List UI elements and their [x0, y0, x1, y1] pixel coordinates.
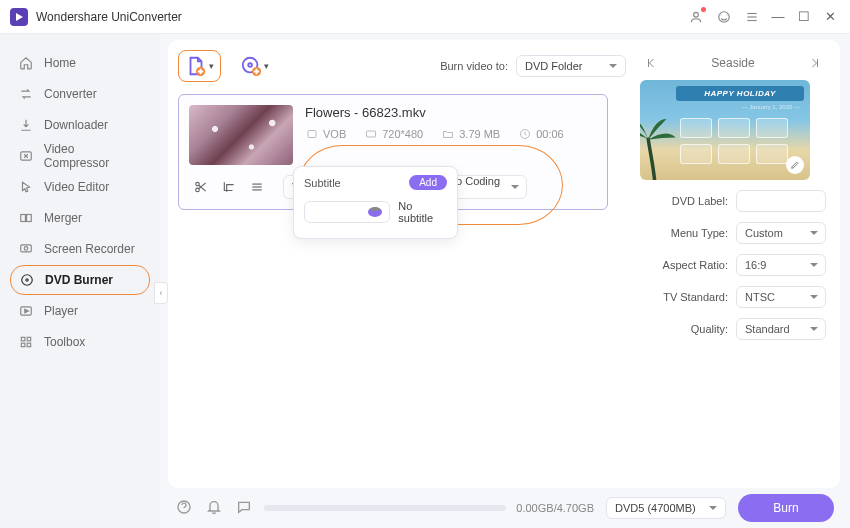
file-size: 3.79 MB [459, 128, 500, 140]
support-icon[interactable] [714, 7, 734, 27]
burn-to-label: Burn video to: [440, 60, 508, 72]
trim-button[interactable] [189, 176, 213, 198]
svg-point-2 [719, 11, 730, 22]
title-bar: Wondershare UniConverter — ☐ ✕ [0, 0, 850, 34]
svg-marker-0 [16, 13, 23, 21]
svg-point-12 [26, 279, 28, 281]
close-button[interactable]: ✕ [820, 9, 840, 24]
template-preview[interactable]: HAPPY HOLIDAY — January 1, 2020 — [640, 80, 810, 180]
add-disc-button[interactable]: ▾ [233, 50, 276, 82]
dvd-label-input[interactable] [736, 190, 826, 212]
sidebar-item-merger[interactable]: Merger [10, 203, 150, 233]
sidebar-item-converter[interactable]: Converter [10, 79, 150, 109]
sidebar-item-toolbox[interactable]: Toolbox [10, 327, 150, 357]
svg-rect-16 [27, 337, 31, 341]
quality-label: Quality: [656, 323, 728, 335]
folder-icon [441, 128, 454, 140]
menu-icon[interactable] [742, 7, 762, 27]
sidebar-item-recorder[interactable]: Screen Recorder [10, 234, 150, 264]
sidebar-item-label: DVD Burner [45, 273, 113, 287]
download-icon [18, 117, 34, 133]
clock-icon [518, 128, 531, 140]
minimize-button[interactable]: — [768, 9, 788, 24]
editor-icon [18, 179, 34, 195]
account-icon[interactable] [686, 7, 706, 27]
subtitle-add-button[interactable]: Add [409, 175, 447, 190]
sidebar-item-label: Video Editor [44, 180, 109, 194]
template-tiles [680, 118, 788, 164]
compressor-icon [18, 148, 34, 164]
menu-type-label: Menu Type: [656, 227, 728, 239]
maximize-button[interactable]: ☐ [794, 9, 814, 24]
crop-button[interactable] [217, 176, 241, 198]
resolution-icon [364, 128, 377, 140]
sidebar-item-compressor[interactable]: Video Compressor [10, 141, 150, 171]
tv-standard-label: TV Standard: [656, 291, 728, 303]
sidebar-item-label: Merger [44, 211, 82, 225]
file-format: VOB [323, 128, 346, 140]
sidebar-item-label: Home [44, 56, 76, 70]
add-file-button[interactable]: ▾ [178, 50, 221, 82]
capacity-text: 0.00GB/4.70GB [516, 502, 594, 514]
sidebar-item-label: Screen Recorder [44, 242, 135, 256]
svg-rect-24 [366, 131, 375, 137]
chevron-down-icon: ▾ [209, 61, 214, 71]
sidebar-collapse-toggle[interactable]: ‹ [154, 282, 168, 304]
app-title: Wondershare UniConverter [36, 10, 182, 24]
sidebar-item-downloader[interactable]: Downloader [10, 110, 150, 140]
merger-icon [18, 210, 34, 226]
sidebar-item-dvd-burner[interactable]: DVD Burner [10, 265, 150, 295]
sidebar-item-label: Downloader [44, 118, 108, 132]
svg-rect-15 [21, 337, 25, 341]
palm-icon [640, 114, 678, 180]
svg-marker-14 [25, 309, 28, 313]
svg-point-21 [248, 63, 252, 67]
feedback-icon[interactable] [236, 499, 252, 518]
file-add-icon [185, 55, 207, 77]
tv-standard-select[interactable]: NTSC [736, 286, 826, 308]
radio-selected-icon [304, 201, 390, 223]
sidebar: Home Converter Downloader Video Compress… [0, 34, 160, 528]
home-icon [18, 55, 34, 71]
svg-point-1 [694, 12, 699, 17]
sidebar-item-editor[interactable]: Video Editor [10, 172, 150, 202]
aspect-ratio-label: Aspect Ratio: [656, 259, 728, 271]
disc-icon [19, 272, 35, 288]
disc-add-icon [240, 55, 262, 77]
capacity-bar [264, 505, 506, 511]
disc-type-select[interactable]: DVD5 (4700MB) [606, 497, 726, 519]
template-name: Seaside [711, 56, 754, 70]
dvd-label-label: DVD Label: [656, 195, 728, 207]
file-duration: 00:06 [536, 128, 564, 140]
subtitle-option-none[interactable]: No subtitle [302, 196, 449, 228]
template-prev-button[interactable] [642, 54, 660, 72]
svg-rect-9 [21, 245, 32, 252]
sidebar-item-label: Player [44, 304, 78, 318]
svg-rect-18 [27, 343, 31, 347]
svg-point-11 [22, 275, 33, 286]
subtitle-popup: Subtitle Add No subtitle [293, 166, 458, 239]
quality-select[interactable]: Standard [736, 318, 826, 340]
chevron-down-icon: ▾ [264, 61, 269, 71]
template-edit-button[interactable] [786, 156, 804, 174]
help-icon[interactable] [176, 499, 192, 518]
subtitle-popup-heading: Subtitle [304, 177, 341, 189]
sidebar-item-home[interactable]: Home [10, 48, 150, 78]
burn-to-select[interactable]: DVD Folder [516, 55, 626, 77]
template-next-button[interactable] [806, 54, 824, 72]
sidebar-item-player[interactable]: Player [10, 296, 150, 326]
aspect-ratio-select[interactable]: 16:9 [736, 254, 826, 276]
svg-rect-7 [21, 215, 26, 222]
burn-button[interactable]: Burn [738, 494, 834, 522]
menu-type-select[interactable]: Custom [736, 222, 826, 244]
video-thumbnail[interactable] [189, 105, 293, 165]
center-panel: ▾ ▾ Burn video to: DVD Folder [168, 40, 640, 488]
more-options-button[interactable] [245, 176, 269, 198]
sidebar-item-label: Video Compressor [44, 142, 142, 170]
notification-icon[interactable] [206, 499, 222, 518]
format-icon [305, 128, 318, 140]
sidebar-item-label: Converter [44, 87, 97, 101]
footer: 0.00GB/4.70GB DVD5 (4700MB) Burn [160, 488, 850, 528]
converter-icon [18, 86, 34, 102]
svg-rect-23 [308, 131, 316, 138]
